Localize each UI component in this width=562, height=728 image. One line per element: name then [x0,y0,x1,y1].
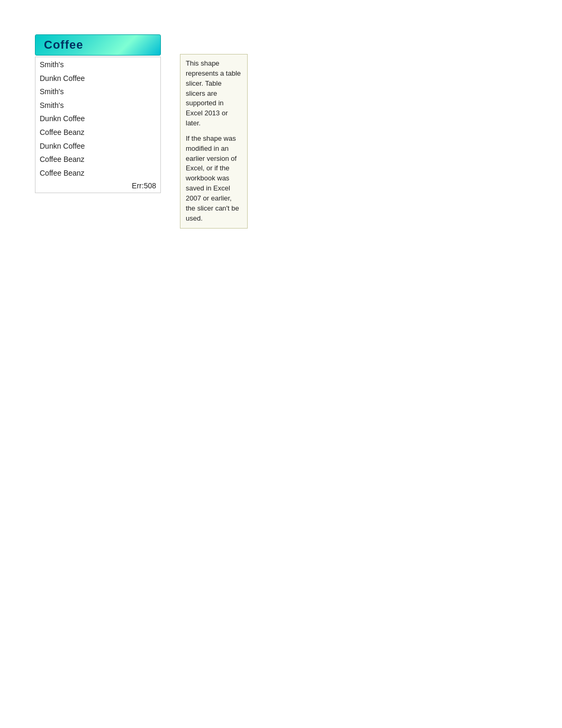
slicer-error: Err:508 [35,180,160,192]
slicer-header-regular: ffee [60,38,83,51]
list-item[interactable]: Smith's [35,58,160,72]
list-item[interactable]: Smith's [35,85,160,99]
list-item[interactable]: Coffee Beanz [35,126,160,140]
slicer-header-bold: Co [44,38,60,51]
list-item[interactable]: Smith's [35,99,160,113]
list-item[interactable]: Dunkn Coffee [35,140,160,153]
slicer-header[interactable]: Coffee [35,34,161,56]
list-item[interactable]: Coffee Beanz [35,153,160,167]
list-item[interactable]: Dunkn Coffee [35,72,160,86]
slicer-widget[interactable]: Coffee Smith's Dunkn Coffee Smith's Smit… [35,34,161,193]
slicer-header-text: Coffee [44,38,83,51]
list-item[interactable]: Coffee Beanz [35,167,160,180]
tooltip-paragraph-1: This shape represents a table slicer. Ta… [186,59,242,129]
tooltip-paragraph-2: If the shape was modified in an earlier … [186,134,242,224]
slicer-items-list: Smith's Dunkn Coffee Smith's Smith's Dun… [35,57,161,193]
list-item[interactable]: Dunkn Coffee [35,112,160,126]
slicer-tooltip: This shape represents a table slicer. Ta… [180,54,248,229]
